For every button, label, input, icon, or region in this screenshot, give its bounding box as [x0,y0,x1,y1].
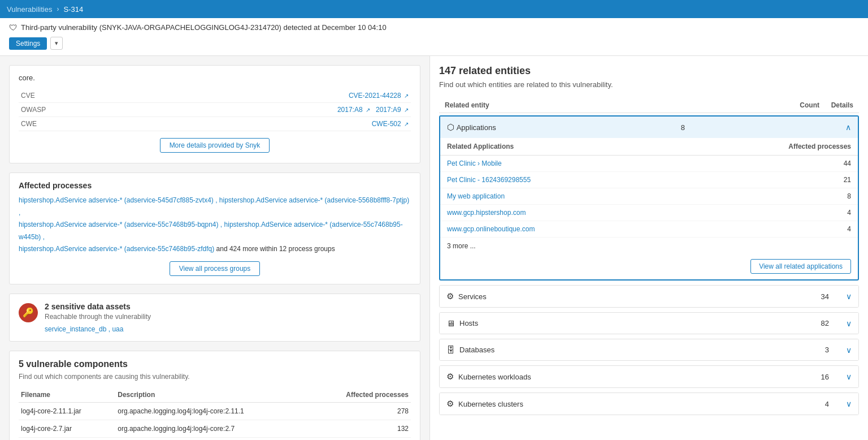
settings-button[interactable]: Settings [9,37,47,50]
owasp-link2[interactable]: 2017:A9 ↗ [376,106,409,114]
table-row: log4j-core-2.7.jar org.apache.logging.lo… [19,420,411,437]
list-item: www.gcp.hipstershop.com 4 [440,205,858,221]
related-subtitle: Find out which entities are related to t… [439,80,859,89]
cve-row: CVE CVE-2021-44228 ↗ [19,89,411,103]
col-details-header: Details [819,101,853,109]
top-nav: Vulnerabilities › S-314 [0,0,868,18]
sensitive-data-title: 2 sensitive data assets [45,302,151,311]
entity-icon: 🗄 [446,345,455,355]
process-link-5[interactable]: hipstershop.AdService adservice-* (adser… [19,245,214,253]
comp-affected: 132 [311,420,411,437]
chevron-down-icon: ∨ [829,319,852,328]
app-name: www.gcp.hipstershop.com [440,205,679,221]
entity-count: 34 [784,292,829,301]
comp-table-header-row: Filename Description Affected processes [19,387,411,403]
entity-name-area: ⚙ Services [446,291,784,301]
entity-row: ⚙ Kubernetes clusters 4 ∨ [439,392,859,415]
entity-name-area: ⚙ Kubernetes clusters [446,399,784,409]
col-related-entity: Related entity [445,101,489,109]
applications-icon: ⬡ [447,122,454,132]
applications-name: Applications [457,123,496,132]
entity-label: Kubernetes clusters [458,400,523,408]
sensitive-link-1[interactable]: service_instance_db [45,325,106,333]
shield-icon: 🛡 [9,23,18,32]
applications-count: 8 [640,123,685,132]
process-link-1[interactable]: hipstershop.AdService adservice-* (adser… [19,196,214,204]
process-link-3[interactable]: hipstershop.AdService adservice-* (adser… [19,221,219,228]
sensitive-data-icon: 🔑 [19,303,38,322]
list-item: www.gcp.onlineboutique.com 4 [440,221,858,238]
entity-label: Databases [459,346,494,354]
comp-affected: 278 [311,402,411,420]
owasp-ext-icon1: ↗ [366,107,370,113]
list-item: Pet Clinic › Mobile 44 [440,156,858,172]
snyk-details-button[interactable]: More details provided by Snyk [160,138,270,153]
vuln-comp-subtitle: Find out which components are causing th… [19,373,411,381]
cve-label: CVE [19,89,58,103]
meta-table: CVE CVE-2021-44228 ↗ OWASP 2017:A8 ↗ 201… [19,89,411,131]
entity-icon: ⚙ [446,399,454,409]
entity-name-area: 🗄 Databases [446,345,784,355]
nav-breadcrumb-current: S-314 [63,5,83,14]
cve-link[interactable]: CVE-2021-44228 ↗ [349,92,409,100]
owasp-link1[interactable]: 2017:A8 ↗ [337,106,370,114]
entity-row-header-kubernetes-workloads[interactable]: ⚙ Kubernetes workloads 16 ∨ [440,366,858,387]
table-row: log4j-core-2.13.3.jar org.apache.logging… [19,437,411,440]
entity-label: Services [458,292,487,301]
view-all-applications-button[interactable]: View all related applications [750,259,851,274]
cve-section: core. CVE CVE-2021-44228 ↗ OWASP 2017:A8… [9,65,420,163]
comp-filename: log4j-core-2.13.3.jar [19,437,115,440]
owasp-row: OWASP 2017:A8 ↗ 2017:A9 ↗ [19,103,411,117]
app-table-header-row: Related Applications Affected processes [440,138,858,156]
applications-section: ⬡ Applications 8 ∧ Related Applications … [439,115,859,281]
list-item: Pet Clinic - 1624369298555 21 [440,172,858,188]
col-affected: Affected processes [311,387,411,403]
more-apps-text: 3 more ... [440,238,858,254]
entity-row: 🗄 Databases 3 ∨ [439,339,859,361]
vulnerable-components-section: 5 vulnerable components Find out which c… [9,351,420,440]
comp-description: org.apache.logging.log4j:log4j-core:2.13… [115,437,311,440]
app-name: Pet Clinic - 1624369298555 [440,172,679,188]
breadcrumb-separator: › [57,5,59,13]
applications-table-body: Pet Clinic › Mobile 44 Pet Clinic - 1624… [440,156,858,238]
entity-row-header-hosts[interactable]: 🖥 Hosts 82 ∨ [440,313,858,334]
affected-processes-title: Affected processes [19,181,411,190]
cwe-link[interactable]: CWE-502 ↗ [372,120,409,128]
entity-count: 16 [784,373,829,381]
main-layout: core. CVE CVE-2021-44228 ↗ OWASP 2017:A8… [0,56,868,440]
entity-table-header: Related entity Count Details [439,98,859,113]
owasp-ext-icon2: ↗ [404,107,409,113]
app-affected: 4 [679,205,858,221]
sensitive-link-2[interactable]: uaa [112,325,123,333]
comp-filename: log4j-core-2.7.jar [19,420,115,437]
chevron-down-icon: ∨ [829,399,852,408]
nav-breadcrumb-vulnerabilities[interactable]: Vulnerabilities [7,5,52,14]
comp-affected: 69 [311,437,411,440]
entity-row-header-services[interactable]: ⚙ Services 34 ∨ [440,286,858,307]
left-panel: core. CVE CVE-2021-44228 ↗ OWASP 2017:A8… [0,56,429,440]
entity-row-header-kubernetes-clusters[interactable]: ⚙ Kubernetes clusters 4 ∨ [440,393,858,415]
applications-header[interactable]: ⬡ Applications 8 ∧ [440,117,858,138]
right-panel: 147 related entities Find out which enti… [429,56,868,440]
view-process-groups-button[interactable]: View all process groups [170,261,261,276]
sensitive-data-links: service_instance_db , uaa [45,325,151,333]
entity-icon: ⚙ [446,291,454,301]
entity-name-area: 🖥 Hosts [446,318,784,328]
list-item: My web application 8 [440,188,858,205]
applications-table: Related Applications Affected processes … [440,138,858,238]
app-affected: 4 [679,221,858,238]
related-title: 147 related entities [439,65,859,77]
entity-row-header-databases[interactable]: 🗄 Databases 3 ∨ [440,339,858,360]
entity-count: 4 [784,400,829,408]
process-link-2[interactable]: hipstershop.AdService adservice-* (adser… [219,196,409,204]
settings-dropdown-button[interactable]: ▾ [50,37,63,50]
app-name: www.gcp.onlineboutique.com [440,221,679,238]
entity-list: ⚙ Services 34 ∨ 🖥 Hosts 82 ∨ 🗄 Databases… [439,285,859,415]
entity-count: 82 [784,319,829,327]
affected-more-text: and 424 more within 12 process groups [216,245,335,253]
app-affected: 21 [679,172,858,188]
col-description: Description [115,387,311,403]
sensitive-data-subtitle: Reachable through the vulnerability [45,313,151,321]
applications-chevron-icon: ∧ [828,123,851,132]
entity-label: Hosts [459,319,478,327]
